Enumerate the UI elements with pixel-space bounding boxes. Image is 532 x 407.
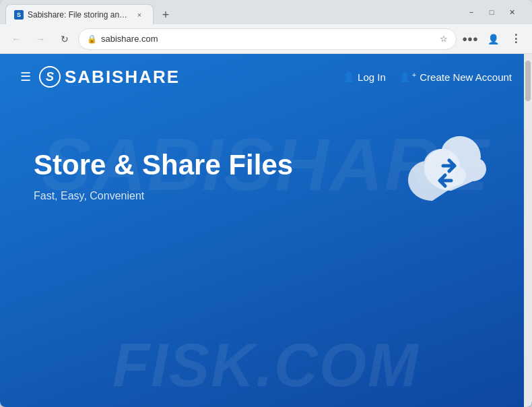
website: SABISHARE FISK.COM ☰ S SABISHARE 👤 Log I… [0, 54, 532, 407]
refresh-button[interactable]: ↻ [54, 28, 75, 50]
logo-icon: S [39, 66, 61, 88]
browser-window: S Sabishare: File storing and sharin... … [0, 0, 532, 407]
active-tab[interactable]: S Sabishare: File storing and sharin... … [5, 4, 154, 24]
profile-button[interactable]: 👤 [482, 28, 504, 50]
toolbar: ← → ↻ 🔒 ☆ ●●● 👤 ⋮ [0, 24, 532, 54]
address-bar-container[interactable]: 🔒 ☆ [78, 28, 457, 50]
hamburger-icon[interactable]: ☰ [20, 69, 31, 84]
site-logo[interactable]: S SABISHARE [39, 66, 343, 88]
address-bar[interactable] [101, 34, 436, 44]
register-label: Create New Account [420, 71, 512, 83]
new-tab-button[interactable]: + [156, 5, 175, 24]
tab-favicon: S [14, 10, 24, 20]
close-button[interactable]: ✕ [502, 5, 521, 20]
bg-watermark-bottom: FISK.COM [112, 331, 420, 400]
login-label: Log In [358, 71, 386, 83]
back-button[interactable]: ← [5, 28, 27, 50]
logo-text: SABISHARE [65, 67, 180, 88]
toolbar-actions: ●●● 👤 ⋮ [459, 28, 527, 50]
hero-title: Store & Share Files [34, 148, 391, 182]
login-icon: 👤 [343, 71, 354, 82]
maximize-button[interactable]: □ [482, 5, 501, 20]
nav-actions: 👤 Log In 👤+ Create New Account [343, 71, 512, 83]
register-icon: 👤 [399, 72, 410, 82]
forward-button[interactable]: → [30, 28, 51, 50]
hero-text: Store & Share Files Fast, Easy, Convenie… [34, 148, 391, 202]
tab-close-button[interactable]: × [134, 9, 145, 20]
hero-section: Store & Share Files Fast, Easy, Convenie… [0, 100, 532, 251]
extensions-button[interactable]: ●●● [459, 28, 481, 50]
register-link[interactable]: 👤+ Create New Account [399, 71, 512, 83]
hero-subtitle: Fast, Easy, Convenient [34, 190, 391, 202]
minimize-button[interactable]: − [462, 5, 481, 20]
title-bar: S Sabishare: File storing and sharin... … [0, 0, 532, 24]
web-content: SABISHARE FISK.COM ☰ S SABISHARE 👤 Log I… [0, 54, 532, 407]
tabs-bar: S Sabishare: File storing and sharin... … [5, 0, 462, 24]
tab-title: Sabishare: File storing and sharin... [28, 10, 130, 20]
menu-button[interactable]: ⋮ [505, 28, 527, 50]
window-controls: − □ ✕ [462, 5, 521, 20]
lock-icon: 🔒 [87, 34, 97, 44]
login-link[interactable]: 👤 Log In [343, 71, 386, 83]
cloud-logo [391, 127, 498, 224]
site-nav: ☰ S SABISHARE 👤 Log In 👤+ Create New Acc… [0, 54, 532, 100]
bookmark-icon[interactable]: ☆ [440, 34, 448, 44]
